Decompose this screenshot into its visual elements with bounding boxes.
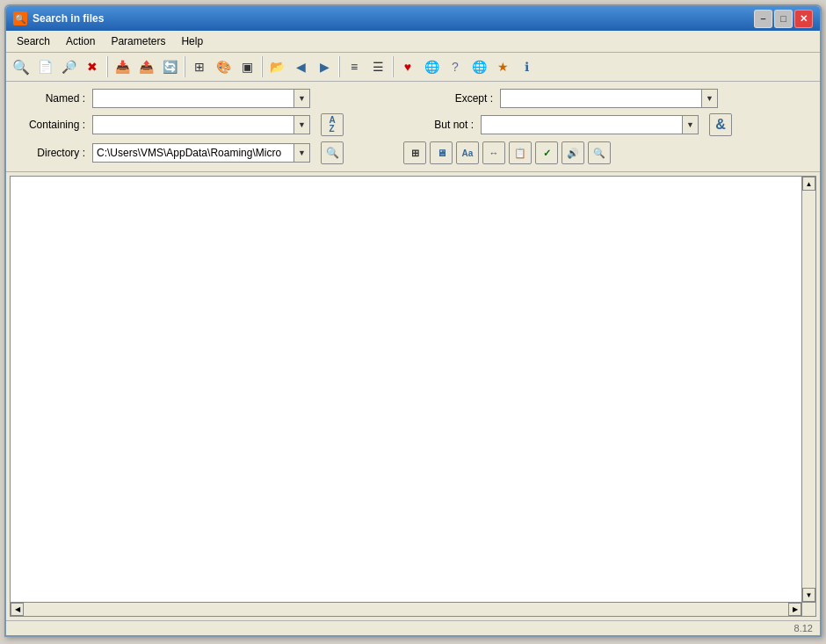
named-input-group: ▼: [92, 89, 310, 108]
directory-dropdown-btn[interactable]: ▼: [294, 143, 310, 163]
search-opt-5-btn[interactable]: 📋: [509, 141, 532, 164]
export-icon: 📤: [139, 60, 154, 74]
directory-row: Directory : ▼ 🔍 ⊞ 🖥 Aa ↔ 📋 ✓ 🔊 🔍: [15, 141, 811, 164]
status-bar: 8.12: [6, 620, 820, 635]
menu-help[interactable]: Help: [174, 33, 210, 50]
search-files-btn[interactable]: 🔍: [10, 55, 33, 78]
toolbar-sep-5: [392, 56, 394, 77]
vertical-scrollbar[interactable]: ▲ ▼: [801, 177, 815, 602]
star-btn[interactable]: ★: [491, 55, 514, 78]
search-options: ⊞ 🖥 Aa ↔ 📋 ✓ 🔊 🔍: [403, 141, 611, 164]
palette-icon: 🎨: [216, 60, 231, 74]
globe-btn[interactable]: 🌐: [420, 55, 443, 78]
app-icon: 🔍: [13, 11, 27, 25]
search-opt-1-btn[interactable]: ⊞: [403, 141, 426, 164]
help-question-icon: ?: [452, 60, 459, 74]
filter-btn[interactable]: ▣: [235, 55, 258, 78]
delete-btn[interactable]: ✖: [81, 55, 104, 78]
search-opt-4-btn[interactable]: ↔: [482, 141, 505, 164]
horizontal-scrollbar[interactable]: ◀ ▶: [11, 602, 801, 616]
star-icon: ★: [497, 60, 509, 74]
toolbar-sep-2: [184, 56, 185, 77]
window-title: Search in files: [33, 12, 104, 25]
import-icon: 📥: [115, 60, 130, 74]
containing-input[interactable]: [92, 115, 294, 134]
menu-search[interactable]: Search: [10, 33, 57, 50]
left-icon: ◀: [296, 60, 306, 74]
ie-btn[interactable]: 🌐: [467, 55, 490, 78]
right-icon: ▶: [320, 60, 330, 74]
new-icon: 📄: [38, 60, 53, 74]
named-row: Named : ▼ Except : ▼: [15, 89, 811, 108]
toolbar-sep-1: [106, 56, 108, 77]
butnot-action-btn[interactable]: &: [709, 113, 732, 136]
search-opt-8-btn[interactable]: 🔍: [588, 141, 611, 164]
details-icon: ☰: [373, 60, 384, 74]
except-input[interactable]: [500, 89, 702, 108]
except-input-group: ▼: [500, 89, 718, 108]
title-bar-left: 🔍 Search in files: [13, 11, 104, 25]
minimize-button[interactable]: –: [754, 10, 772, 28]
az-icon: AZ: [329, 116, 335, 134]
toolbar: 🔍 📄 🔎 ✖ 📥 📤 🔄 ⊞ 🎨 ▣: [6, 53, 820, 82]
scroll-up-btn[interactable]: ▲: [802, 177, 815, 191]
details-btn[interactable]: ☰: [366, 55, 389, 78]
menu-parameters[interactable]: Parameters: [104, 33, 172, 50]
browse-dir-icon: 🔍: [326, 147, 339, 159]
search-opt-6-btn[interactable]: ✓: [535, 141, 558, 164]
browse-left-icon: 📂: [270, 60, 285, 74]
menu-action[interactable]: Action: [59, 33, 102, 50]
az-sort-btn[interactable]: AZ: [321, 113, 344, 136]
butnot-dropdown-btn[interactable]: ▼: [683, 115, 699, 134]
toolbar-sep-4: [338, 56, 340, 77]
info-icon: ℹ: [525, 60, 529, 74]
grid-icon: ⊞: [194, 60, 205, 74]
left-btn[interactable]: ◀: [289, 55, 312, 78]
directory-input[interactable]: [92, 143, 294, 163]
heart-btn[interactable]: ♥: [396, 55, 419, 78]
refresh-btn[interactable]: 🔄: [158, 55, 181, 78]
help-question-btn[interactable]: ?: [444, 55, 467, 78]
globe-icon: 🌐: [424, 60, 439, 74]
title-controls: – □ ✕: [754, 10, 813, 28]
refresh-icon: 🔄: [163, 60, 178, 74]
search-opt-2-btn[interactable]: 🖥: [430, 141, 453, 164]
export-btn[interactable]: 📤: [134, 55, 157, 78]
butnot-label: But not :: [412, 119, 474, 131]
butnot-input[interactable]: [481, 115, 683, 134]
heart-icon: ♥: [404, 60, 411, 74]
right-btn[interactable]: ▶: [313, 55, 336, 78]
toolbar-sep-3: [261, 56, 263, 77]
scroll-left-btn[interactable]: ◀: [11, 603, 24, 616]
scroll-down-btn[interactable]: ▼: [802, 588, 815, 602]
import-btn[interactable]: 📥: [111, 55, 134, 78]
scrollbar-corner: [801, 602, 815, 616]
main-window: 🔍 Search in files – □ ✕ Search Action Pa…: [4, 4, 822, 637]
search-opt-3-btn[interactable]: Aa: [456, 141, 479, 164]
title-bar: 🔍 Search in files – □ ✕: [6, 6, 820, 31]
version-text: 8.12: [794, 623, 813, 633]
named-input[interactable]: [92, 89, 294, 108]
browse-directory-btn[interactable]: 🔍: [321, 141, 344, 164]
search-opt-7-btn[interactable]: 🔊: [562, 141, 584, 164]
info-btn[interactable]: ℹ: [515, 55, 538, 78]
containing-dropdown-btn[interactable]: ▼: [294, 115, 310, 134]
butnot-input-group: ▼: [481, 115, 699, 134]
close-button[interactable]: ✕: [794, 10, 813, 28]
maximize-button[interactable]: □: [774, 10, 793, 28]
named-dropdown-btn[interactable]: ▼: [294, 89, 310, 108]
palette-btn[interactable]: 🎨: [212, 55, 235, 78]
directory-label: Directory :: [15, 147, 85, 159]
directory-input-group: ▼: [92, 143, 310, 163]
filter-icon: ▣: [242, 60, 253, 74]
scroll-right-btn[interactable]: ▶: [788, 603, 801, 616]
browse-left-btn[interactable]: 📂: [265, 55, 288, 78]
except-dropdown-btn[interactable]: ▼: [702, 89, 718, 108]
find-btn[interactable]: 🔎: [57, 55, 80, 78]
results-area: ▲ ▼ ◀ ▶: [10, 176, 816, 617]
new-btn[interactable]: 📄: [33, 55, 56, 78]
find-icon: 🔎: [62, 60, 76, 74]
grid-btn[interactable]: ⊞: [188, 55, 211, 78]
list-btn[interactable]: ≡: [343, 55, 366, 78]
ie-icon: 🌐: [472, 60, 487, 74]
